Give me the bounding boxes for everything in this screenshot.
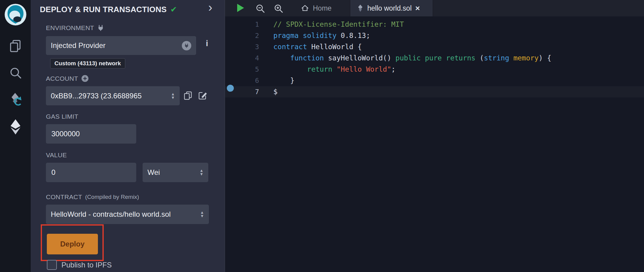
code-line[interactable]: pragma solidity 0.8.13; [273,30,370,41]
code-token [509,54,514,62]
code-token: memory [513,54,538,62]
value-unit: Wei [147,168,199,177]
code-row: 5 return "Hello World"; [225,64,644,75]
contract-stepper-icon: ▲▼ [200,211,204,218]
file-explorer-icon[interactable] [0,39,31,53]
code-row: 1// SPDX-License-Identifier: MIT [225,19,644,30]
environment-label: ENVIRONMENT [46,24,94,32]
code-token [299,32,303,39]
gas-limit-label: GAS LIMIT [46,113,78,120]
code-token: contract [273,43,307,51]
code-token [332,65,337,73]
code-row: 2pragma solidity 0.8.13; [225,30,644,41]
value-unit-select[interactable]: Wei ▲▼ [143,163,208,182]
copy-account-icon[interactable] [183,90,193,102]
code-token [442,54,446,62]
remix-logo-icon [4,3,27,26]
code-token: pragma [273,32,299,39]
line-number[interactable]: 4 [225,53,259,64]
contract-select[interactable]: HelloWorld - contracts/hello world.sol ▲… [46,205,209,224]
code-editor[interactable]: 1// SPDX-License-Identifier: MIT2pragma … [225,16,644,272]
code-line[interactable]: function sayHelloWorld() public pure ret… [273,53,551,64]
line-number[interactable]: 2 [225,30,259,41]
code-editor-area: Home hello world.sol × 1// SPDX-License-… [225,0,644,272]
code-token: pure [425,54,442,62]
tab-home[interactable]: Home [294,0,350,16]
code-token: function [290,54,324,62]
provider-status-icon [182,41,191,50]
panel-title: DEPLOY & RUN TRANSACTIONS [40,5,167,14]
code-token: ( [476,54,484,62]
environment-select[interactable]: Injected Provider [46,36,196,55]
code-token: return [307,65,332,73]
code-token: "Hello World" [337,65,391,73]
editor-toolbar: Home hello world.sol × [225,0,644,16]
contract-label-row: CONTRACT (Compiled by Remix) [46,193,139,201]
remix-ide: DEPLOY & RUN TRANSACTIONS ✔ › ENVIRONMEN… [0,0,644,272]
code-token [421,54,425,62]
environment-value: Injected Provider [51,41,182,50]
code-token: $ [273,88,278,96]
environment-label-row: ENVIRONMENT [46,24,104,32]
gas-limit-input[interactable] [46,124,136,144]
close-tab-icon[interactable]: × [415,5,420,11]
code-line[interactable]: // SPDX-License-Identifier: MIT [273,19,404,30]
solidity-compiler-icon[interactable] [0,92,31,107]
code-token: solidity [303,32,337,39]
publish-ipfs-label: Publish to IPFS [61,261,112,269]
tab-hello-world-sol[interactable]: hello world.sol × [350,0,433,16]
code-row: 6 } [225,75,644,86]
code-row: 4 function sayHelloWorld() public pure r… [225,53,644,64]
code-token: } [273,76,294,84]
code-lines: 1// SPDX-License-Identifier: MIT2pragma … [225,19,644,97]
code-token: ; [391,65,396,73]
search-icon[interactable] [0,66,31,80]
value-unit-stepper-icon: ▲▼ [199,169,203,176]
tab-home-label: Home [313,4,331,12]
code-line[interactable]: } [273,75,294,86]
code-row: 3contract HelloWorld { [225,41,644,53]
add-account-icon[interactable] [81,75,89,82]
run-script-button[interactable] [234,2,245,15]
contract-sublabel: (Compiled by Remix) [85,194,139,200]
deploy-button[interactable]: Deploy [47,234,98,254]
code-token: HelloWorld { [307,43,362,51]
edit-account-icon[interactable] [197,90,208,102]
environment-info-icon[interactable]: i [206,39,208,48]
code-token: // SPDX-License-Identifier: MIT [273,20,404,28]
panel-title-row: DEPLOY & RUN TRANSACTIONS ✔ [40,5,177,14]
code-token [273,65,307,73]
deploy-run-icon[interactable] [0,118,31,135]
icon-sidebar [0,0,31,272]
value-input[interactable] [46,163,136,182]
account-select[interactable]: 0xBB9...29733 (23.6688965 ▲▼ [46,86,180,105]
publish-ipfs-checkbox[interactable] [47,260,57,270]
code-token: returns [446,54,476,62]
code-line[interactable]: contract HelloWorld { [273,41,362,53]
compile-success-check-icon: ✔ [170,5,177,14]
home-icon [301,4,309,12]
contract-label: CONTRACT [46,193,82,201]
remix-logo[interactable] [0,3,31,26]
code-line[interactable]: $ [273,86,278,97]
line-number[interactable]: 1 [225,19,259,30]
account-value: 0xBB9...29733 (23.6688965 [51,92,171,100]
account-label-row: ACCOUNT [46,75,89,82]
zoom-in-icon[interactable] [274,4,283,15]
collapse-panel-chevron-icon[interactable]: › [208,1,212,14]
value-label: VALUE [46,151,67,159]
solidity-file-icon [357,4,364,12]
contract-value: HelloWorld - contracts/hello world.sol [51,210,200,219]
zoom-out-icon[interactable] [255,4,265,15]
code-token: public [396,54,421,62]
code-line[interactable]: return "Hello World"; [273,64,396,75]
line-number[interactable]: 3 [225,41,259,53]
network-badge: Custom (43113) network [50,58,125,69]
account-stepper-icon: ▲▼ [171,92,175,100]
deploy-run-panel: DEPLOY & RUN TRANSACTIONS ✔ › ENVIRONMEN… [31,0,225,272]
account-label: ACCOUNT [46,75,78,82]
plug-icon [97,24,104,32]
tab-hello-world-label: hello world.sol [367,4,412,12]
line-number[interactable]: 5 [225,64,259,75]
breakpoint-indicator[interactable] [227,85,234,92]
